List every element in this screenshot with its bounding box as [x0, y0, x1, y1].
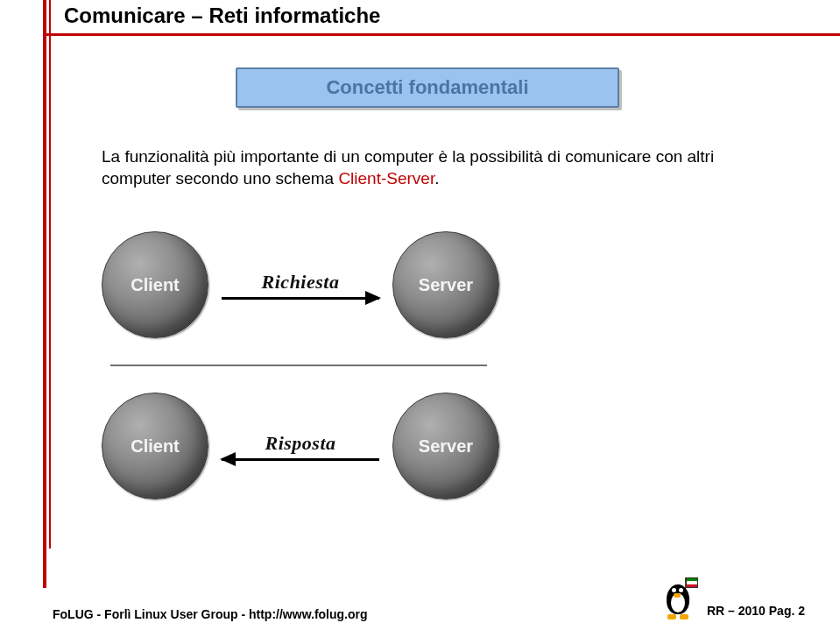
footer: FoLUG - Forlì Linux User Group - http://…	[0, 576, 840, 621]
body-highlight: Client-Server	[338, 169, 434, 188]
tux-logo-icon	[658, 576, 698, 621]
vertical-rule-inner	[49, 0, 51, 549]
diagram-divider	[110, 365, 487, 366]
client-label: Client	[131, 275, 180, 295]
page-title: Comunicare – Reti informatiche	[64, 4, 380, 28]
subtitle-text: Concetti fondamentali	[326, 76, 528, 99]
server-label: Server	[419, 275, 473, 295]
body-text-part2: .	[434, 169, 439, 188]
client-node: Client	[102, 231, 208, 338]
client-server-diagram: Client Richiesta Server Client Risposta …	[102, 228, 540, 503]
server-node: Server	[392, 393, 499, 499]
arrow-label-response: Risposta	[265, 432, 335, 455]
arrow-request: Richiesta	[208, 271, 392, 300]
vertical-rule-outer	[43, 0, 46, 588]
server-label: Server	[419, 436, 473, 457]
arrow-response: Risposta	[208, 432, 392, 461]
subtitle-box: Concetti fondamentali	[236, 67, 619, 108]
client-label: Client	[131, 436, 180, 457]
arrow-left-icon	[222, 458, 379, 461]
horizontal-rule	[43, 33, 840, 36]
arrow-label-request: Richiesta	[262, 271, 340, 294]
body-paragraph: La funzionalità più importante di un com…	[102, 146, 759, 189]
footer-left-text: FoLUG - Forlì Linux User Group - http://…	[53, 607, 368, 621]
footer-page-number: RR – 2010 Pag. 2	[707, 604, 805, 618]
client-node: Client	[102, 393, 208, 499]
diagram-row-request: Client Richiesta Server	[102, 228, 540, 342]
arrow-right-icon	[222, 297, 379, 300]
server-node: Server	[392, 231, 499, 338]
diagram-row-response: Client Risposta Server	[102, 389, 540, 503]
